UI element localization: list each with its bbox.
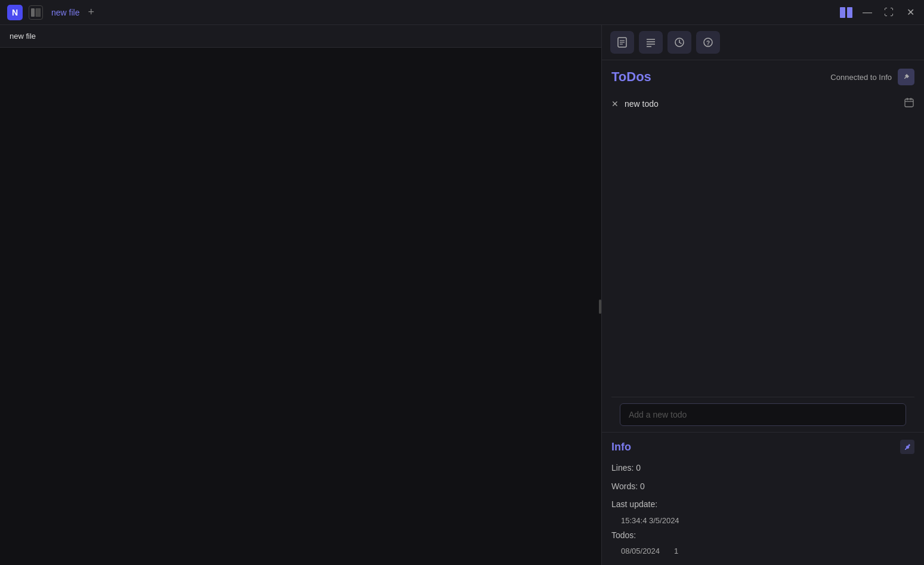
- sidebar-tool-document[interactable]: [610, 31, 634, 54]
- editor-area: new file: [0, 25, 602, 565]
- info-todos-date: 08/05/2024: [621, 547, 660, 555]
- maximize-button[interactable]: ⛶: [882, 6, 895, 19]
- add-tab-button[interactable]: +: [88, 6, 94, 18]
- svg-text:?: ?: [706, 40, 710, 47]
- filename-label: new file: [51, 8, 79, 17]
- minimize-button[interactable]: —: [861, 6, 874, 19]
- todos-header: ToDos Connected to Info: [611, 69, 914, 85]
- todo-remove-button[interactable]: ✕: [611, 99, 619, 109]
- editor-tab-bar: new file: [0, 25, 601, 48]
- editor-tab[interactable]: new file: [10, 32, 36, 41]
- info-title: Info: [611, 441, 631, 453]
- todo-calendar-button[interactable]: [904, 97, 914, 110]
- info-words: Words: 0: [611, 480, 914, 493]
- window-controls: — ⛶ ✕: [839, 6, 917, 19]
- info-lines: Lines: 0: [611, 461, 914, 474]
- right-sidebar: ? ToDos Connected to Info: [602, 25, 924, 565]
- svg-line-12: [679, 42, 681, 44]
- svg-rect-1: [36, 8, 41, 17]
- app-logo: N: [7, 5, 23, 20]
- info-pin-button[interactable]: [900, 440, 914, 454]
- sidebar-toolbar: ?: [602, 25, 924, 60]
- info-section: Info Lines: 0 Words: 0 Last update: 15:3…: [602, 432, 924, 565]
- sidebar-tool-list[interactable]: [639, 31, 663, 54]
- info-todos-date-row: 08/05/2024 1: [611, 547, 914, 555]
- todo-list: ✕ new todo: [611, 94, 914, 114]
- add-todo-container: [611, 397, 914, 432]
- info-last-update-label: Last update:: [611, 498, 914, 511]
- info-header: Info: [611, 440, 914, 454]
- panel-toggle-icon[interactable]: [29, 5, 43, 20]
- editor-scrollbar[interactable]: [599, 300, 601, 314]
- todos-title: ToDos: [611, 69, 651, 85]
- todo-text: new todo: [625, 99, 898, 109]
- todo-item: ✕ new todo: [611, 94, 914, 114]
- sidebar-tool-clock[interactable]: [667, 31, 691, 54]
- todos-pin-button[interactable]: [898, 69, 914, 85]
- editor-content[interactable]: [0, 48, 601, 565]
- info-last-update-value: 15:34:4 3/5/2024: [611, 516, 914, 525]
- main-layout: new file: [0, 25, 924, 565]
- titlebar: N new file + — ⛶ ✕: [0, 0, 924, 25]
- svg-rect-15: [905, 99, 913, 107]
- connected-label: Connected to Info: [830, 73, 892, 82]
- add-todo-input[interactable]: [620, 403, 906, 426]
- info-todos-label: Todos:: [611, 529, 914, 542]
- sidebar-tool-help[interactable]: ?: [696, 31, 720, 54]
- info-todos-count: 1: [674, 547, 678, 555]
- close-button[interactable]: ✕: [904, 6, 917, 19]
- svg-rect-0: [31, 8, 35, 17]
- layout-icon[interactable]: [839, 6, 852, 19]
- todos-section: ToDos Connected to Info ✕ new todo: [602, 60, 924, 432]
